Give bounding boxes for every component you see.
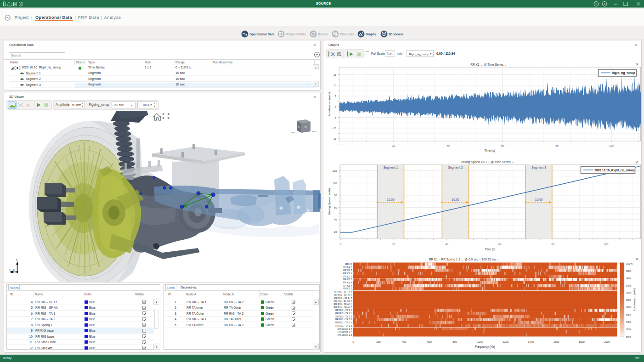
svg-text:RR K2 X: RR K2 X	[343, 272, 352, 275]
svg-text:RR K3 Y: RR K3 Y	[343, 284, 352, 287]
svg-text:RR RIG - SF Fr Y: RR RIG - SF Fr Y	[334, 294, 352, 296]
svg-text:RR RIG - SF Aft X: RR RIG - SF Aft X	[333, 300, 352, 302]
svg-text:✕: ✕	[636, 257, 639, 261]
svg-text:82%: 82%	[626, 328, 631, 331]
svg-text:1600: 1600	[554, 340, 559, 343]
svg-text:i: i	[604, 2, 605, 6]
svg-text:86%: 86%	[626, 313, 631, 316]
svg-text:RR RIG - TA 1 Z: RR RIG - TA 1 Z	[335, 315, 352, 318]
svg-text:84%: 84%	[626, 321, 631, 323]
svg-text:RR K1 Z: RR K1 Z	[343, 269, 352, 272]
svg-text:RR Spring 1 Z: RR Spring 1 Z	[338, 334, 352, 336]
svg-text:RR K1 – RR Spring 1 Z ⌄ @ 0.0: RR K1 – RR Spring 1 Z ⌄ @ 0.0 sec – 109.…	[429, 258, 500, 261]
svg-text:RR RIG - TA 2 Z: RR RIG - TA 2 Z	[335, 324, 352, 327]
svg-text:RR RIG - TA 1 Y: RR RIG - TA 1 Y	[335, 312, 352, 315]
svg-text:?: ?	[595, 2, 597, 6]
svg-text:80%: 80%	[626, 335, 631, 338]
svg-text:y: y	[9, 268, 11, 271]
svg-text:200: 200	[376, 340, 381, 343]
svg-text:RR K2 Z: RR K2 Z	[343, 278, 352, 281]
svg-text:x: x	[13, 268, 15, 271]
svg-text:1000: 1000	[477, 340, 483, 343]
svg-text:RR Spring 1 Y: RR Spring 1 Y	[338, 330, 353, 333]
svg-text:96%: 96%	[626, 277, 631, 280]
svg-text:94%: 94%	[626, 284, 631, 287]
svg-text:SF: SF	[304, 126, 307, 129]
svg-text:RR K3 X: RR K3 X	[343, 281, 352, 284]
svg-text:RR RIG - TA 2 Y: RR RIG - TA 2 Y	[335, 321, 352, 324]
svg-text:RR K1 Y: RR K1 Y	[343, 266, 352, 268]
svg-text:RR RIG - TA 2 X: RR RIG - TA 2 X	[335, 318, 352, 321]
svg-text:Acceleration (m/s²): Acceleration (m/s²)	[633, 288, 636, 311]
svg-text:90%: 90%	[626, 299, 631, 301]
svg-text:800: 800	[452, 340, 457, 343]
svg-text:1400: 1400	[528, 340, 534, 343]
svg-text:92%: 92%	[626, 291, 631, 294]
svg-text:RR RIG - SF Aft Z: RR RIG - SF Aft Z	[333, 306, 352, 309]
svg-text:88%: 88%	[626, 306, 631, 309]
svg-text:600: 600	[427, 340, 432, 343]
svg-text:RR K1: RR K1	[345, 263, 352, 266]
svg-text:1200: 1200	[503, 340, 508, 343]
svg-text:2000: 2000	[604, 340, 610, 343]
svg-text:RR RIG - SF Fr Z: RR RIG - SF Fr Z	[334, 297, 352, 300]
svg-text:98%: 98%	[626, 270, 631, 272]
svg-text:RR RIG - TA 1 X: RR RIG - TA 1 X	[335, 309, 352, 311]
svg-text:RR RIG - SF Fr X: RR RIG - SF Fr X	[334, 290, 352, 293]
svg-text:1800: 1800	[579, 340, 585, 343]
svg-text:100%: 100%	[626, 262, 633, 265]
svg-text:0: 0	[352, 340, 354, 343]
svg-text:Frequency (Hz): Frequency (Hz)	[475, 345, 495, 349]
svg-text:RR Spring 1 X: RR Spring 1 X	[338, 328, 353, 330]
svg-text:z: z	[16, 258, 17, 261]
svg-text:RR K2 Y: RR K2 Y	[343, 275, 352, 278]
svg-text:400: 400	[402, 340, 407, 343]
svg-text:RR K3 Z: RR K3 Z	[343, 287, 352, 290]
svg-text:RR RIG - SF Aft Y: RR RIG - SF Aft Y	[333, 303, 352, 305]
